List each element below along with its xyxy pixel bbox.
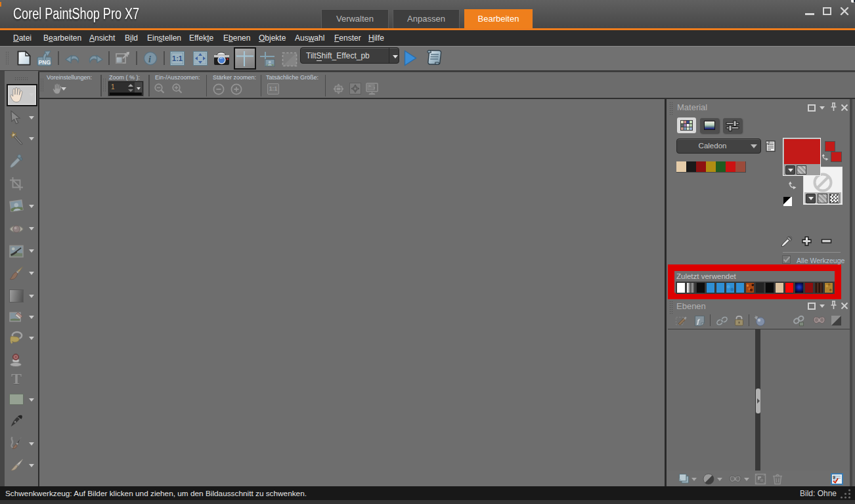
svg-text:PNG: PNG bbox=[39, 59, 51, 66]
svg-text:9: 9 bbox=[833, 475, 835, 480]
svg-text:i: i bbox=[148, 54, 151, 64]
